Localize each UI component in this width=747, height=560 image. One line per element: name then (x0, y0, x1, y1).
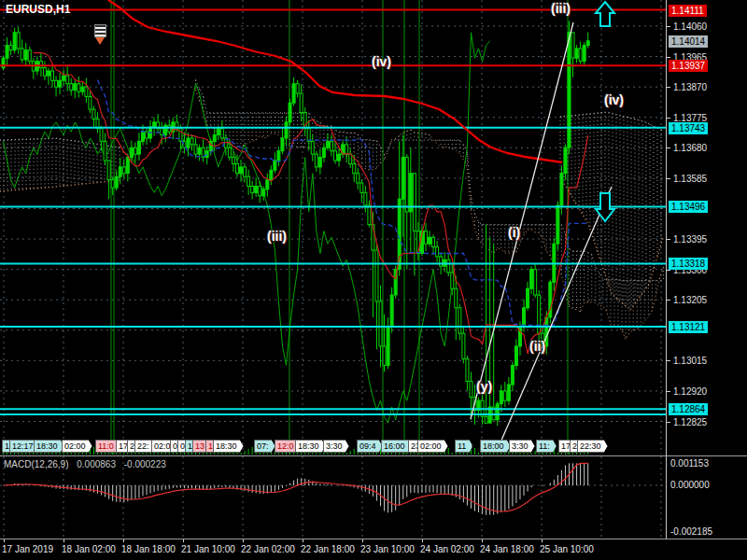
time-axis-tick (542, 539, 543, 542)
time-axis-label: 18 Jan 18:00 (121, 544, 176, 554)
wave-label[interactable]: (iii) (267, 229, 287, 244)
macd-signal-value: -0.000223 (124, 459, 166, 469)
price-axis-label: 1.14060 (670, 21, 710, 33)
price-axis-label: 1.13585 (670, 173, 710, 185)
wave-label[interactable]: (iv) (372, 54, 391, 69)
wave-label[interactable]: (i) (508, 225, 520, 240)
macd-indicator-label: MACD(12,26,9) 0.000863 -0.000223 (4, 459, 166, 469)
price-axis-label: 1.13870 (670, 81, 710, 93)
time-axis-tick (362, 539, 363, 542)
time-axis-tick (422, 539, 423, 542)
price-axis-label: 1.12920 (670, 385, 710, 398)
level-price-label: 1.12864 (669, 403, 708, 415)
level-price-label: 1.13937 (669, 60, 708, 72)
time-axis-label: 24 Jan 18:00 (480, 544, 534, 554)
event-tag[interactable]: 02:00 (417, 440, 448, 453)
macd-axis-label: 0.000000 (670, 480, 710, 491)
macd-name: MACD(12,26,9) (4, 459, 68, 469)
time-axis-tick (482, 539, 483, 542)
time-axis-label: 23 Jan 10:00 (360, 544, 415, 554)
trend-arrow-icon (596, 2, 614, 26)
macd-main-value: 0.000863 (77, 459, 116, 469)
level-price-label: 1.14111 (669, 5, 707, 17)
event-tag[interactable]: 16:00 (381, 440, 412, 453)
price-axis-label: 1.13680 (670, 142, 710, 154)
chart-window: EURUSD,H1 MACD(12,26,9) 0.000863 -0.0002… (0, 0, 747, 560)
event-tag[interactable]: 22:30 (577, 440, 608, 453)
level-price-label: 1.13496 (669, 201, 708, 213)
event-tag[interactable]: 18:30 (213, 440, 244, 453)
wave-label[interactable]: (y) (476, 379, 492, 394)
symbol-title: EURUSD,H1 (6, 3, 70, 16)
main-chart-area[interactable] (0, 0, 666, 455)
time-axis-tick (183, 539, 184, 542)
time-axis-separator (0, 539, 747, 539)
flag-marker-icon[interactable] (94, 24, 106, 37)
wave-label[interactable]: (ii) (529, 339, 545, 354)
level-price-label: 1.13743 (669, 122, 708, 134)
time-axis-label: 22 Jan 18:00 (301, 544, 355, 554)
wave-label[interactable]: (iv) (604, 92, 624, 107)
price-axis-label: 1.13205 (670, 294, 710, 306)
event-tag[interactable]: 11 (455, 440, 472, 453)
time-axis-label: 24 Jan 02:00 (420, 544, 474, 554)
price-axis-label: 1.13015 (670, 355, 710, 367)
wave-label[interactable]: (iii) (551, 1, 571, 16)
macd-axis-label: 0.001153 (670, 458, 709, 469)
event-tag[interactable]: 09:4 (357, 440, 383, 453)
time-axis-label: 17 Jan 2019 (2, 544, 53, 554)
time-axis-tick (123, 539, 124, 542)
time-axis-tick (243, 539, 244, 542)
event-tag[interactable]: 11: (536, 440, 557, 453)
current-price-label: 1.14014 (669, 35, 708, 48)
level-price-label: 1.13121 (669, 321, 708, 333)
macd-axis-label: -0.002185 (670, 526, 712, 538)
event-tag[interactable]: 02:00 (62, 440, 92, 453)
event-tag[interactable]: 18:30 (34, 440, 64, 453)
price-axis-label: 1.13395 (670, 233, 710, 245)
event-tag[interactable]: 18:00 (480, 440, 511, 453)
time-axis-label: 25 Jan 10:00 (540, 544, 594, 554)
level-price-label: 1.13318 (669, 258, 708, 270)
time-axis-tick (303, 539, 303, 542)
price-axis-label: 1.12825 (670, 416, 710, 428)
time-axis-label: 21 Jan 10:00 (181, 544, 235, 554)
event-tag[interactable]: 3:30 (509, 440, 535, 453)
pane-separator[interactable] (0, 455, 747, 456)
sell-arrow-marker-icon[interactable] (95, 37, 105, 45)
event-tag[interactable]: 18:30 (295, 440, 326, 453)
time-axis-tick (63, 539, 64, 542)
event-tag[interactable]: 07: (254, 440, 275, 453)
time-axis-label: 22 Jan 02:00 (241, 544, 295, 554)
event-tag[interactable]: 3:30 (323, 440, 349, 453)
time-axis-tick (4, 539, 5, 542)
time-axis-label: 18 Jan 02:00 (62, 544, 116, 554)
